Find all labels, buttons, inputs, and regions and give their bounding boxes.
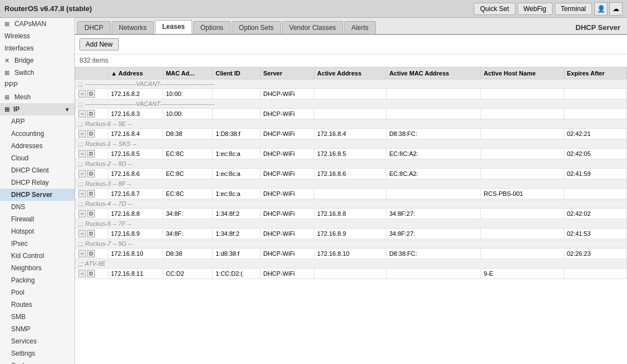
cell-hostname bbox=[481, 209, 564, 219]
routes-label: Routes bbox=[11, 301, 32, 309]
sidebar-item-hotspot[interactable]: Hotspot bbox=[0, 225, 74, 237]
sidebar-item-arp[interactable]: ARP bbox=[0, 115, 74, 128]
sidebar-item-accounting[interactable]: Accounting bbox=[0, 128, 74, 140]
sidebar-item-addresses[interactable]: Addresses bbox=[0, 140, 74, 152]
cell-mac: CC:D2 bbox=[163, 269, 213, 279]
d-button[interactable]: D bbox=[87, 130, 95, 138]
cell-hostname: RCS-PBS-001 bbox=[481, 189, 564, 199]
sidebar-item-ipsec[interactable]: IPsec bbox=[0, 237, 74, 250]
col-header-expires[interactable]: Expires After bbox=[564, 68, 626, 79]
cell-active_address: 172.16.8.4 bbox=[314, 129, 387, 139]
add-new-button[interactable]: Add New bbox=[79, 38, 119, 50]
d-button[interactable]: D bbox=[87, 250, 95, 257]
minus-button[interactable]: − bbox=[78, 210, 86, 218]
row-controls: −D bbox=[76, 129, 108, 139]
d-button[interactable]: D bbox=[87, 170, 95, 178]
quick-set-button[interactable]: Quick Set bbox=[474, 3, 515, 15]
cell-active_address: 172.16.8.6 bbox=[314, 169, 387, 179]
cell-active_address: 172.16.8.5 bbox=[314, 149, 387, 159]
table-row: −D172.16.8.310:00:DHCP-WiFi bbox=[76, 109, 627, 119]
tab-leases[interactable]: Leases bbox=[155, 20, 192, 34]
sidebar-item-ppp[interactable]: PPP bbox=[0, 79, 74, 91]
row-controls: −D bbox=[76, 109, 108, 119]
sidebar-item-pool[interactable]: Pool bbox=[0, 286, 74, 299]
comment-text: ;;; Ruckus-5 -- 7F -- bbox=[76, 219, 627, 229]
sidebar-item-switch[interactable]: ⊞Switch bbox=[0, 67, 74, 79]
d-button[interactable]: D bbox=[87, 230, 95, 237]
d-button[interactable]: D bbox=[87, 270, 95, 277]
sidebar-item-ip[interactable]: ⊞ IP ▼ bbox=[0, 103, 74, 115]
tab-dhcp[interactable]: DHCP bbox=[77, 21, 111, 34]
sidebar-item-bridge[interactable]: ✕Bridge bbox=[0, 54, 74, 67]
cell-active_mac: 34:8F:27: bbox=[386, 229, 480, 239]
sidebar-item-smb[interactable]: SMB bbox=[0, 311, 74, 323]
minus-button[interactable]: − bbox=[78, 190, 86, 198]
minus-button[interactable]: − bbox=[78, 230, 86, 237]
tab-option-sets[interactable]: Option Sets bbox=[232, 21, 281, 34]
col-header-controls[interactable] bbox=[76, 68, 108, 79]
tab-networks[interactable]: Networks bbox=[112, 21, 154, 34]
icon2[interactable]: ☁ bbox=[609, 2, 623, 16]
cell-client_id: 1:ec:8c:a bbox=[213, 149, 260, 159]
sidebar-item-dhcp-relay[interactable]: DHCP Relay bbox=[0, 176, 74, 189]
comment-row: ;;; Ruckus-3 -- 8F -- bbox=[76, 179, 627, 189]
sidebar-item-packing[interactable]: Packing bbox=[0, 274, 74, 286]
mesh-icon: ⊞ bbox=[4, 94, 12, 101]
minus-button[interactable]: − bbox=[78, 250, 86, 257]
sidebar-item-cloud[interactable]: Cloud bbox=[0, 152, 74, 164]
minus-button[interactable]: − bbox=[78, 170, 86, 178]
minus-button[interactable]: − bbox=[78, 150, 86, 158]
row-controls: −D bbox=[76, 269, 108, 279]
cell-active_mac bbox=[386, 269, 480, 279]
cell-active_mac: EC:8C:A2: bbox=[386, 169, 480, 179]
col-header-address[interactable]: ▲ Address bbox=[108, 68, 163, 79]
app-title: RouterOS v6.47.8 (stable) bbox=[4, 4, 471, 13]
sidebar-item-dns[interactable]: DNS bbox=[0, 201, 74, 213]
d-button[interactable]: D bbox=[87, 150, 95, 158]
col-header-server[interactable]: Server bbox=[260, 68, 314, 79]
sidebar-item-wireless[interactable]: Wireless bbox=[0, 30, 74, 42]
icon1[interactable]: 👤 bbox=[594, 2, 608, 16]
tab-alerts[interactable]: Alerts bbox=[344, 21, 376, 34]
terminal-button[interactable]: Terminal bbox=[555, 3, 592, 15]
sidebar-item-firewall[interactable]: Firewall bbox=[0, 213, 74, 225]
col-header-active-address[interactable]: Active Address bbox=[314, 68, 387, 79]
sidebar-item-dhcp-server[interactable]: DHCP Server bbox=[0, 189, 74, 201]
sidebar-item-snmp[interactable]: SNMP bbox=[0, 323, 74, 335]
d-button[interactable]: D bbox=[87, 90, 95, 98]
tab-vendor-classes[interactable]: Vendor Classes bbox=[282, 21, 343, 34]
sidebar-item-services[interactable]: Services bbox=[0, 335, 74, 347]
minus-button[interactable]: − bbox=[78, 270, 86, 277]
comment-text: ;;; -------------------------VACANT-----… bbox=[76, 79, 627, 89]
sidebar-item-dhcp-client[interactable]: DHCP Client bbox=[0, 164, 74, 176]
col-header-hostname[interactable]: Active Host Name bbox=[481, 68, 564, 79]
minus-button[interactable]: − bbox=[78, 130, 86, 138]
col-header-mac[interactable]: MAC Ad... bbox=[163, 68, 213, 79]
sidebar-item-settings[interactable]: Settings bbox=[0, 347, 74, 360]
tab-options[interactable]: Options bbox=[193, 21, 230, 34]
addresses-label: Addresses bbox=[11, 142, 43, 150]
sidebar-item-interfaces[interactable]: Interfaces bbox=[0, 42, 74, 54]
col-header-active-mac[interactable]: Active MAC Address bbox=[386, 68, 480, 79]
cell-address: 172.16.8.11 bbox=[108, 269, 163, 279]
sidebar-item-socks[interactable]: Socks bbox=[0, 360, 74, 364]
cell-client_id: 1:34:8f:2 bbox=[213, 209, 260, 219]
col-header-client-id[interactable]: Client ID bbox=[213, 68, 260, 79]
table-container[interactable]: ▲ AddressMAC Ad...Client IDServerActive … bbox=[75, 67, 627, 364]
d-button[interactable]: D bbox=[87, 210, 95, 218]
cell-expires: 02:42:21 bbox=[564, 129, 626, 139]
sidebar-item-routes[interactable]: Routes bbox=[0, 299, 74, 311]
sidebar-item-capsman[interactable]: ⊞CAPsMAN bbox=[0, 18, 74, 30]
table-row: −D172.16.8.10D8:381:d8:38:fDHCP-WiFi172.… bbox=[76, 249, 627, 259]
webfig-button[interactable]: WebFig bbox=[518, 3, 553, 15]
minus-button[interactable]: − bbox=[78, 110, 86, 118]
d-button[interactable]: D bbox=[87, 110, 95, 118]
comment-text: ;;; Ruckus-3 -- 8F -- bbox=[76, 179, 627, 189]
d-button[interactable]: D bbox=[87, 190, 95, 198]
sidebar-item-mesh[interactable]: ⊞Mesh bbox=[0, 91, 74, 103]
sidebar-item-kid-control[interactable]: Kid Control bbox=[0, 250, 74, 262]
cell-active_mac bbox=[386, 89, 480, 99]
cell-mac: 10:00: bbox=[163, 89, 213, 99]
minus-button[interactable]: − bbox=[78, 90, 86, 98]
sidebar-item-neighbors[interactable]: Neighbors bbox=[0, 262, 74, 274]
